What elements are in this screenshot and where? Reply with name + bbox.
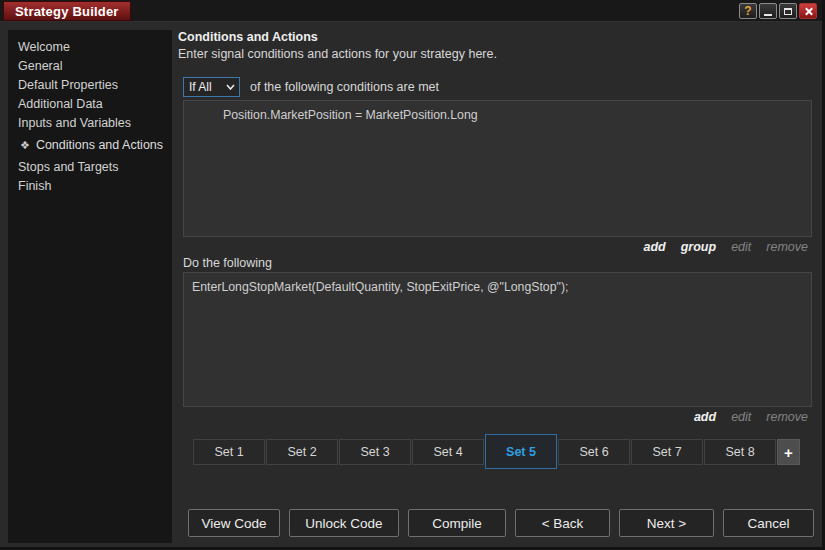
compile-button[interactable]: Compile [408,509,506,537]
titlebar: Strategy Builder ? [0,0,822,22]
window-title-tab: Strategy Builder [3,1,131,21]
sidebar-item-general[interactable]: General [8,57,172,76]
actions-link-row: add edit remove [183,410,812,424]
page-title: Conditions and Actions [178,30,318,44]
sidebar-item-welcome[interactable]: Welcome [8,38,172,57]
minimize-button[interactable] [759,3,777,19]
sidebar-item-stops-and-targets[interactable]: Stops and Targets [8,158,172,177]
actions-add-link[interactable]: add [694,410,716,424]
window-controls: ? [739,3,817,19]
tab-set-6[interactable]: Set 6 [558,439,630,465]
actions-edit-link: edit [731,410,751,424]
condition-operator-select[interactable]: If All [183,77,240,97]
actions-list[interactable]: EnterLongStopMarket(DefaultQuantity, Sto… [183,272,812,407]
close-button[interactable] [799,3,817,19]
tab-set-5[interactable]: Set 5 [485,434,557,469]
sidebar-item-finish[interactable]: Finish [8,177,172,196]
page-subtitle: Enter signal conditions and actions for … [178,47,497,61]
condition-operator-value: If All [189,80,212,94]
next-button[interactable]: Next > [619,509,714,537]
condition-item[interactable]: Position.MarketPosition = MarketPosition… [184,101,811,122]
current-step-diamond-icon: ❖ [20,139,30,151]
sidebar-item-inputs-and-variables[interactable]: Inputs and Variables [8,114,172,133]
condition-operator-suffix: of the following conditions are met [250,80,439,94]
condition-operator-row: If All of the following conditions are m… [183,77,439,97]
maximize-icon [784,8,792,15]
tab-set-8[interactable]: Set 8 [704,439,776,465]
cancel-button[interactable]: Cancel [723,509,814,537]
strategy-builder-window: Strategy Builder ? Welcome General Defau… [0,0,825,550]
tab-set-4[interactable]: Set 4 [412,439,484,465]
view-code-button[interactable]: View Code [188,509,280,537]
chevron-down-icon [226,84,235,90]
conditions-list[interactable]: Position.MarketPosition = MarketPosition… [183,100,812,237]
wizard-step-list: Welcome General Default Properties Addit… [8,30,172,543]
main-panel: Conditions and Actions Enter signal cond… [178,28,817,543]
actions-remove-link: remove [766,410,808,424]
tab-set-7[interactable]: Set 7 [631,439,703,465]
set-tabs: Set 1 Set 2 Set 3 Set 4 Set 5 Set 6 Set … [193,434,800,469]
tab-set-1[interactable]: Set 1 [193,439,265,465]
window-title: Strategy Builder [15,4,119,19]
conditions-add-link[interactable]: add [644,240,666,254]
minimize-icon [764,14,772,16]
sidebar-item-additional-data[interactable]: Additional Data [8,95,172,114]
conditions-remove-link: remove [766,240,808,254]
tab-set-3[interactable]: Set 3 [339,439,411,465]
tab-set-2[interactable]: Set 2 [266,439,338,465]
help-button[interactable]: ? [739,3,757,19]
actions-section-label: Do the following [183,256,272,270]
back-button[interactable]: < Back [515,509,610,537]
help-icon: ? [744,5,751,17]
close-icon [804,7,813,16]
maximize-button[interactable] [779,3,797,19]
unlock-code-button[interactable]: Unlock Code [289,509,399,537]
action-item[interactable]: EnterLongStopMarket(DefaultQuantity, Sto… [184,273,811,294]
sidebar-item-default-properties[interactable]: Default Properties [8,76,172,95]
sidebar-item-label: Conditions and Actions [36,138,163,152]
conditions-group-link[interactable]: group [681,240,716,254]
footer-buttons: View Code Unlock Code Compile < Back Nex… [188,509,814,537]
conditions-link-row: add group edit remove [183,240,812,254]
sidebar-item-conditions-and-actions[interactable]: ❖Conditions and Actions [8,136,172,155]
conditions-edit-link: edit [731,240,751,254]
add-set-button[interactable]: + [777,439,800,465]
